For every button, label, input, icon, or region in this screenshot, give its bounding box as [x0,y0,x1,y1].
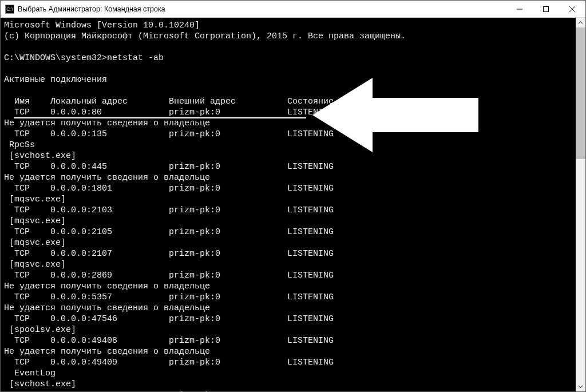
scroll-track[interactable] [576,27,585,382]
connection-row: TCP 0.0.0.0:2105 prizm-pk:0 LISTENING [4,227,575,237]
owner-info: [spoolsv.exe] [4,324,575,335]
owner-info: RpcSs [4,140,575,151]
svg-marker-1 [312,78,478,152]
blank-line [4,42,575,53]
vertical-scrollbar[interactable] [576,18,585,391]
owner-info: Не удается получить сведения о владельце [4,172,575,183]
connection-row: TCP 0.0.0.0:80 prizm-pk:0 LISTENING [4,107,575,118]
scroll-thumb[interactable] [576,27,585,159]
blank-line [4,64,575,74]
titlebar[interactable]: C:\ Выбрать Администратор: Командная стр… [1,1,585,18]
copyright-line: (c) Корпорация Майкрософт (Microsoft Cor… [4,31,575,42]
column-headers: Имя Локальный адрес Внешний адрес Состоя… [4,96,575,107]
connection-row: TCP 0.0.0.0:49409 prizm-pk:0 LISTENING [4,357,575,368]
connection-row: TCP 0.0.0.0:445 prizm-pk:0 LISTENING [4,161,575,172]
connection-row: TCP 0.0.0.0:2107 prizm-pk:0 LISTENING [4,248,575,259]
minimize-button[interactable] [506,1,533,18]
connection-row: TCP 0.0.0.0:2869 prizm-pk:0 LISTENING [4,270,575,281]
svg-rect-0 [544,6,549,11]
terminal-area: Microsoft Windows [Version 10.0.10240](c… [1,18,585,391]
close-button[interactable] [559,1,585,18]
connection-row: TCP 0.0.0.0:49410 prizm-pk:0 LISTENING [4,390,575,391]
owner-info: EventLog [4,368,575,379]
connection-row: TCP 0.0.0.0:1801 prizm-pk:0 LISTENING [4,183,575,194]
terminal-output[interactable]: Microsoft Windows [Version 10.0.10240](c… [1,18,576,391]
connection-row: TCP 0.0.0.0:2103 prizm-pk:0 LISTENING [4,205,575,216]
banner-line: Microsoft Windows [Version 10.0.10240] [4,20,575,31]
connection-row: TCP 0.0.0.0:135 prizm-pk:0 LISTENING [4,129,575,140]
connection-row: TCP 0.0.0.0:47546 prizm-pk:0 LISTENING [4,314,575,324]
owner-info: Не удается получить сведения о владельце [4,346,575,357]
blank-line [4,85,575,96]
owner-info: [mqsvc.exe] [4,237,575,248]
connection-row: TCP 0.0.0.0:5357 prizm-pk:0 LISTENING [4,292,575,303]
scroll-up-button[interactable] [576,18,585,27]
scroll-down-button[interactable] [576,382,585,391]
window-title: Выбрать Администратор: Командная строка [18,5,165,13]
owner-info: [mqsvc.exe] [4,259,575,270]
owner-info: [mqsvc.exe] [4,216,575,227]
cmd-icon: C:\ [5,5,14,14]
owner-info: [svchost.exe] [4,151,575,161]
owner-info: Не удается получить сведения о владельце [4,118,575,129]
owner-info: Не удается получить сведения о владельце [4,303,575,314]
owner-info: Не удается получить сведения о владельце [4,281,575,292]
connection-row: TCP 0.0.0.0:49408 prizm-pk:0 LISTENING [4,335,575,346]
owner-info: [mqsvc.exe] [4,194,575,205]
section-title: Активные подключения [4,74,575,85]
callout-arrow-icon [312,78,478,152]
owner-info: [svchost.exe] [4,379,575,390]
prompt-line: C:\WINDOWS\system32>netstat -ab [4,53,575,64]
maximize-button[interactable] [533,1,559,18]
app-window: C:\ Выбрать Администратор: Командная стр… [0,0,586,392]
